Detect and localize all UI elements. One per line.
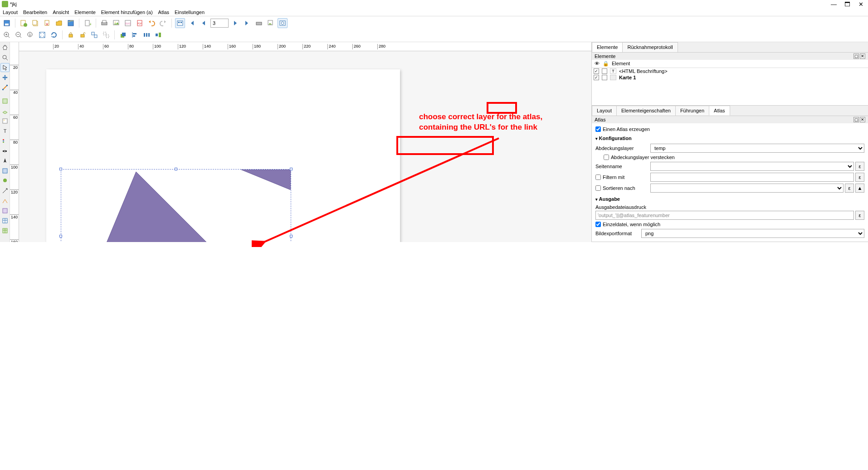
panel-close-icon[interactable]: ✕ [860,53,865,59]
add-3dmap-tool[interactable] [0,107,10,116]
menu-bearbeiten[interactable]: Bearbeiten [23,10,47,15]
distribute-button[interactable] [141,30,151,40]
lock-checkbox[interactable] [602,75,607,80]
add-scalebar-tool[interactable] [0,146,10,155]
single-file-checkbox[interactable]: Einzeldatei, wenn möglich [595,222,864,227]
tab-undo-history[interactable]: Rücknahmeprotokoll [622,42,678,52]
pan-tool[interactable] [0,43,10,52]
new-layout-button[interactable] [19,18,29,28]
menu-atlas[interactable]: Atlas [158,10,169,15]
maximize-button[interactable]: 🗖 [844,1,850,8]
sort-checkbox[interactable]: Sortieren nach [595,185,648,191]
lock-button[interactable] [66,30,76,40]
atlas-next-button[interactable] [230,18,240,28]
atlas-export-button[interactable] [266,18,276,28]
open-button[interactable] [54,18,64,28]
zoom-tool[interactable] [0,53,10,62]
atlas-first-button[interactable] [187,18,197,28]
sort-order-button[interactable]: ▲ [855,184,864,193]
move-content-tool[interactable] [0,73,10,82]
add-label-tool[interactable]: T [0,126,10,136]
atlas-prev-button[interactable] [199,18,209,28]
add-fixed-table-tool[interactable] [0,226,10,235]
close-button[interactable]: ✕ [858,1,863,8]
edit-nodes-tool[interactable] [0,83,10,92]
align-left-button[interactable] [130,30,140,40]
redo-button[interactable] [158,18,168,28]
expression-button[interactable]: ε [855,211,864,220]
atlas-settings-button[interactable] [278,18,288,28]
refresh-button[interactable] [49,30,59,40]
sort-select[interactable] [650,184,844,193]
zoom-out-button[interactable] [14,30,24,40]
add-marker-tool[interactable] [0,176,10,185]
raise-button[interactable] [118,30,128,40]
menu-layout[interactable]: Layout [3,10,18,15]
tab-elemente[interactable]: Elemente [592,42,623,52]
panel-close-icon[interactable]: ✕ [860,117,865,122]
expression-button[interactable]: ε [855,162,864,171]
section-config[interactable]: Konfiguration [595,135,864,142]
generate-atlas-checkbox[interactable]: Einen Atlas erzeugen [595,126,864,132]
menu-einstellungen[interactable]: Einstellungen [175,10,205,15]
element-row-karte[interactable]: ✓ Karte 1 [592,74,868,81]
add-html-tool[interactable] [0,206,10,215]
delete-layout-button[interactable]: ✕ [42,18,52,28]
add-legend-tool[interactable] [0,136,10,145]
zoom-full-button[interactable] [37,30,47,40]
tab-atlas[interactable]: Atlas [709,106,730,116]
zoom-actual-button[interactable]: 1 [25,30,35,40]
group-button[interactable] [89,30,99,40]
atlas-last-button[interactable] [242,18,252,28]
element-row-html[interactable]: ✓ T <HTML Beschriftung> [592,68,868,74]
visible-checkbox[interactable]: ✓ [594,75,599,80]
atlas-page-input[interactable] [210,19,229,28]
map-item[interactable] [61,169,291,242]
output-expression-input[interactable] [595,211,854,220]
ungroup-button[interactable] [101,30,111,40]
add-map-tool[interactable] [0,97,10,106]
add-north-arrow-tool[interactable] [0,156,10,165]
image-format-select[interactable]: png [641,229,864,238]
resize-button[interactable] [153,30,163,40]
lock-checkbox[interactable] [602,68,607,74]
add-picture-tool[interactable] [0,116,10,126]
visible-checkbox[interactable]: ✓ [594,68,599,74]
export-pdf-button[interactable]: PDF [135,18,145,28]
tab-guides[interactable]: Führungen [675,106,709,116]
add-node-tool[interactable] [0,196,10,205]
menu-elemente[interactable]: Elemente [74,10,95,15]
atlas-preview-toggle[interactable] [175,18,185,28]
zoom-in-button[interactable] [2,30,12,40]
add-from-template-button[interactable]: + [83,18,93,28]
add-table-tool[interactable] [0,216,10,225]
tab-element-properties[interactable]: Elementeigenschaften [616,106,676,116]
pagename-select[interactable] [650,162,854,171]
select-tool[interactable] [0,63,10,72]
layout-page[interactable]: Version 1: this is a link, https://en.wi… [46,69,400,242]
duplicate-layout-button[interactable] [30,18,40,28]
print-button[interactable] [99,18,109,28]
hide-coverage-checkbox[interactable]: Abdeckungslayer verstecken [604,155,864,160]
expression-button[interactable]: ε [845,184,854,193]
tab-layout[interactable]: Layout [592,106,617,116]
export-svg-button[interactable]: SVG [123,18,133,28]
save-button[interactable] [2,18,12,28]
filter-input[interactable] [650,173,854,182]
undo-button[interactable] [146,18,156,28]
panel-undock-icon[interactable]: ▢ [853,117,859,122]
menu-add-element[interactable]: Element hinzufügen (a) [101,10,153,15]
menu-ansicht[interactable]: Ansicht [53,10,69,15]
minimize-button[interactable]: — [831,1,836,8]
add-arrow-tool[interactable] [0,186,10,195]
add-shape-tool[interactable] [0,166,10,175]
expression-button[interactable]: ε [855,173,864,182]
save-as-template-button[interactable] [66,18,76,28]
unlock-button[interactable] [78,30,88,40]
export-image-button[interactable] [111,18,121,28]
atlas-print-button[interactable] [254,18,264,28]
filter-checkbox[interactable]: Filtern mit [595,174,648,180]
section-output[interactable]: Ausgabe [595,195,864,203]
panel-undock-icon[interactable]: ▢ [853,53,859,59]
coverage-layer-select[interactable]: temp [650,144,864,153]
